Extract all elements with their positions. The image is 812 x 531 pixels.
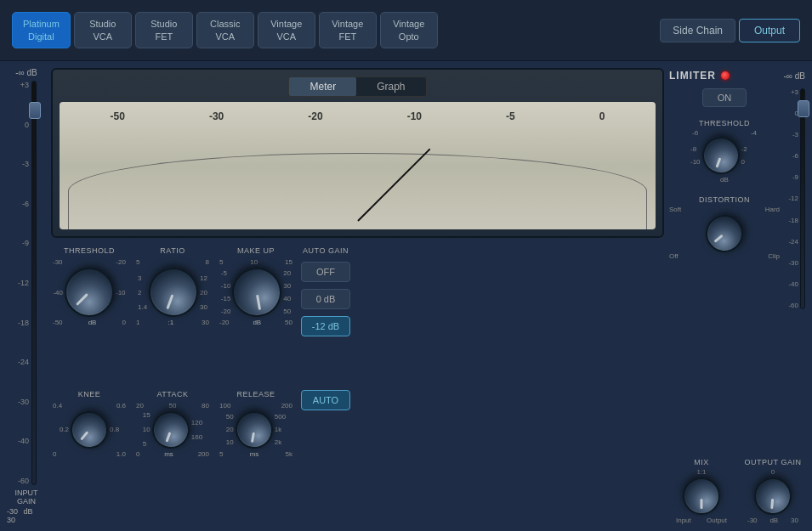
ratio-scale-l1: 3 [138, 274, 147, 282]
knee-scale-left: 0.2 [60, 426, 69, 433]
release-scale-bot: 5 ms 5k [218, 450, 294, 458]
makeup-label: MAKE UP [237, 246, 275, 255]
distortion-label: DISTORTION [669, 195, 780, 204]
vu-scale: -50 -30 -20 -10 -5 0 [60, 110, 656, 122]
ratio-group: RATIO 5 8 3 2 1.4 12 20 30 [134, 246, 211, 326]
limiter-label: LIMITER [669, 70, 716, 82]
mix-label: MIX [694, 458, 709, 466]
vu-arc [68, 153, 647, 229]
mix-group: MIX 1:1 Input Output [669, 458, 734, 524]
ratio-scale-l3: 1.4 [138, 303, 147, 311]
attack-group: ATTACK 20 50 80 15 10 5 120 160 [134, 390, 211, 458]
preset-tab-vintage-fet[interactable]: VintageFET [319, 12, 377, 48]
meter-tab-graph[interactable]: Graph [356, 77, 425, 96]
attack-scale-bot: 0 ms 200 [134, 450, 211, 458]
output-fader-handle[interactable] [798, 100, 809, 117]
top-bar: PlatinumDigital StudioVCA StudioFET Clas… [0, 0, 812, 61]
distortion-section: DISTORTION Soft Hard Off Clip [669, 195, 780, 260]
threshold-scale-top: -30 -20 [51, 258, 128, 266]
threshold-right-label: THRESHOLD [690, 119, 758, 127]
input-gain-scale: +3 0 -3 -6 -9 -12 -18 -24 -30 -40 -60 [16, 81, 31, 485]
limiter-on-button[interactable]: ON [702, 88, 747, 107]
vu-display: -50 -30 -20 -10 -5 0 [60, 102, 656, 229]
ratio-label: RATIO [160, 246, 185, 255]
output-gain-knob[interactable] [752, 476, 793, 517]
input-gain-handle[interactable] [29, 102, 41, 119]
vu-scale-minus20: -20 [308, 110, 322, 122]
knee-scale-right: 0.8 [110, 426, 119, 433]
release-group: RELEASE 100 200 50 20 10 500 1k [218, 390, 294, 458]
threshold-right-group: THRESHOLD -6 -4 -8 -10 -2 [690, 119, 758, 184]
release-scale-top: 100 200 [218, 402, 294, 410]
output-gain-label: OUTPUT GAIN [745, 458, 802, 466]
ratio-scale-top: 5 8 [134, 258, 211, 266]
auto-gain-0db-btn[interactable]: 0 dB [301, 289, 350, 309]
release-label: RELEASE [236, 390, 275, 398]
vu-scale-minus30: -30 [209, 110, 224, 122]
preset-tab-platinum-digital[interactable]: PlatinumDigital [12, 12, 71, 48]
vu-meter-box: Meter Graph -50 -30 -20 -10 -5 0 [51, 68, 664, 238]
mix-knob[interactable] [683, 477, 720, 515]
preset-tab-classic-vca[interactable]: ClassicVCA [196, 12, 254, 48]
attack-knob[interactable] [147, 405, 195, 453]
vu-scale-minus50: -50 [111, 110, 125, 122]
limiter-threshold-knob[interactable] [696, 132, 744, 179]
input-gain-unit: -30 dB 30 [7, 507, 46, 524]
controls-row-1: THRESHOLD -30 -20 -40 -10 -50 dB 0 [51, 246, 664, 381]
meter-tabs: Meter Graph [288, 76, 426, 97]
main-content: -∞ dB +3 0 -3 -6 -9 -12 -18 -24 -30 -40 … [0, 61, 812, 531]
vu-scale-minus5: -5 [506, 110, 515, 122]
limiter-controls: ON THRESHOLD -6 -4 -8 -10 [669, 88, 780, 309]
output-fader-track[interactable] [800, 88, 805, 309]
ratio-scale-bot: 1 :1 30 [134, 319, 211, 326]
mix-output-row: MIX 1:1 Input Output OUTPUT GAIN 0 -30 d… [669, 458, 805, 524]
ratio-scale-r2: 20 [200, 289, 207, 297]
output-gain-scale-top: 0 [771, 468, 775, 476]
limiter-top-value: -∞ dB [784, 71, 805, 81]
auto-gain-label: AUTO GAIN [303, 246, 349, 255]
preset-tabs: PlatinumDigital StudioVCA StudioFET Clas… [12, 12, 438, 48]
center-section: Meter Graph -50 -30 -20 -10 -5 0 THR [51, 68, 664, 524]
output-gain-scale-bot: -30 dB 30 [747, 517, 798, 524]
output-fader-section: +3 0 -3 -6 -9 -12 -18 -24 -30 -40 -60 [783, 88, 805, 309]
threshold-label: THRESHOLD [64, 246, 115, 255]
right-section: LIMITER -∞ dB ON THRESHOLD -6 -4 [669, 68, 805, 524]
threshold-scale-left: -40 [53, 289, 63, 297]
limiter-led [721, 71, 730, 80]
auto-btn-wrapper: AUTO [301, 390, 350, 415]
preset-tab-studio-vca[interactable]: StudioVCA [74, 12, 132, 48]
distortion-scale-bot: Off Clip [669, 252, 780, 260]
input-gain-fader-container: +3 0 -3 -6 -9 -12 -18 -24 -30 -40 -60 [7, 81, 46, 485]
output-fader-scale: +3 0 -3 -6 -9 -12 -18 -24 -30 -40 -60 [783, 88, 798, 309]
thresh-right-unit: dB [690, 176, 758, 184]
release-knob[interactable] [232, 408, 275, 451]
preset-tab-studio-fet[interactable]: StudioFET [135, 12, 193, 48]
auto-gain-minus12-btn[interactable]: -12 dB [301, 316, 350, 336]
knee-knob[interactable] [63, 404, 116, 456]
limiter-row: LIMITER [669, 68, 730, 83]
top-right-buttons: Side Chain Output [660, 19, 800, 42]
ratio-knob[interactable] [142, 261, 205, 324]
distortion-scale-top: Soft Hard [669, 206, 780, 213]
vu-scale-zero: 0 [599, 110, 605, 122]
preset-tab-vintage-vca[interactable]: VintageVCA [258, 12, 315, 48]
output-button[interactable]: Output [739, 19, 800, 42]
input-gain-label: INPUT GAIN [7, 489, 46, 506]
input-gain-track[interactable] [31, 81, 37, 485]
makeup-knob[interactable] [229, 263, 286, 320]
makeup-scale-top: 5 10 15 [218, 258, 294, 266]
preset-tab-vintage-opto[interactable]: VintageOpto [380, 12, 438, 48]
auto-gain-off-btn[interactable]: OFF [301, 262, 350, 282]
auto-button[interactable]: AUTO [301, 390, 350, 410]
threshold-group: THRESHOLD -30 -20 -40 -10 -50 dB 0 [51, 246, 128, 326]
threshold-knob[interactable] [54, 257, 124, 327]
threshold-scale-right: -10 [116, 289, 126, 297]
mix-scale-bot: Input Output [676, 517, 727, 524]
ratio-scale-l2: 2 [138, 289, 147, 297]
meter-tab-meter[interactable]: Meter [289, 77, 356, 96]
makeup-scale-bot: -20 dB 50 [218, 319, 294, 326]
knee-scale-bot: 0 1.0 [51, 450, 128, 458]
controls-row-2: KNEE 0.4 0.6 0.2 0.8 0 1.0 [51, 390, 664, 525]
side-chain-button[interactable]: Side Chain [660, 19, 735, 42]
knee-scale-top: 0.4 0.6 [51, 402, 128, 410]
